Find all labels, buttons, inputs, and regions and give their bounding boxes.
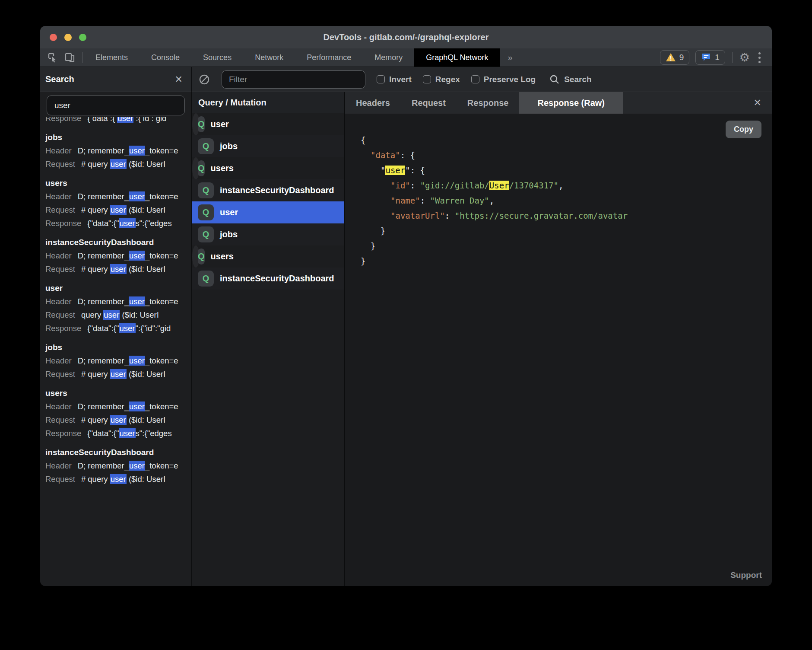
support-link[interactable]: Support xyxy=(730,570,762,580)
search-result-line[interactable]: Request# query user ($id: UserI xyxy=(45,472,191,486)
result-line-label: Header xyxy=(45,461,72,470)
query-item-label: jobs xyxy=(220,141,238,151)
search-result-line[interactable]: Request# query user ($id: UserI xyxy=(45,262,191,276)
query-type-badge: Q xyxy=(198,249,205,264)
search-result-line[interactable]: HeaderD; remember_user_token=e xyxy=(45,459,191,472)
detail-tab-request[interactable]: Request xyxy=(401,92,457,114)
device-toolbar-icon[interactable] xyxy=(64,52,76,63)
search-result-line[interactable]: Response{"data":{"users":{"edges xyxy=(45,217,191,230)
close-window-button[interactable] xyxy=(50,34,57,41)
preserve-log-toggle[interactable]: Preserve Log xyxy=(471,75,536,84)
result-group-title: user xyxy=(45,281,191,295)
result-line-label: Request xyxy=(45,205,75,214)
issues-badge[interactable]: 1 xyxy=(695,50,725,65)
match-highlight: user xyxy=(129,191,145,201)
query-type-badge: Q xyxy=(198,226,214,242)
detail-panel: HeadersRequestResponseResponse (Raw)✕ Co… xyxy=(344,92,772,586)
more-tabs-button[interactable]: » xyxy=(500,48,520,67)
query-panel: Query / Mutation QuserQjobsQusersQinstan… xyxy=(191,92,344,586)
zoom-window-button[interactable] xyxy=(79,34,86,41)
kebab-icon[interactable] xyxy=(756,51,763,65)
match-highlight: user xyxy=(129,356,145,366)
search-result-line[interactable]: Request# query user ($id: UserI xyxy=(45,413,191,427)
toolbar-divider xyxy=(732,52,733,63)
query-item-label: instanceSecurityDashboard xyxy=(220,185,334,195)
invert-toggle[interactable]: Invert xyxy=(377,75,412,84)
warnings-badge[interactable]: 9 xyxy=(660,50,690,65)
result-line-label: Request xyxy=(45,264,75,274)
json-line: "data": { xyxy=(361,148,772,163)
query-item-users[interactable]: Qusers xyxy=(192,157,200,179)
query-type-badge: Q xyxy=(198,138,214,154)
close-icon[interactable]: ✕ xyxy=(752,97,763,108)
query-item-user[interactable]: Quser xyxy=(192,113,200,135)
devtools-tab-memory[interactable]: Memory xyxy=(363,48,414,67)
search-result-line[interactable]: Response{ data :{ user :{ id : gid xyxy=(45,117,191,125)
result-line-label: Request xyxy=(45,475,75,484)
detail-tab-response-raw[interactable]: Response (Raw) xyxy=(519,92,623,114)
result-line-label: Header xyxy=(45,251,72,260)
block-icon[interactable] xyxy=(198,73,210,86)
devtools-tab-network[interactable]: Network xyxy=(243,48,295,67)
search-result-line[interactable]: Request# query user ($id: UserI xyxy=(45,367,191,381)
json-line: { xyxy=(361,133,772,148)
query-item-label: users xyxy=(211,163,234,173)
search-result-line[interactable]: Request# query user ($id: UserI xyxy=(45,157,191,171)
search-result-line[interactable]: HeaderD; remember_user_token=e xyxy=(45,354,191,367)
query-item-jobs[interactable]: Qjobs xyxy=(192,135,344,157)
search-result-line[interactable]: HeaderD; remember_user_token=e xyxy=(45,190,191,203)
query-item-user[interactable]: Quser xyxy=(192,201,344,223)
search-result-line[interactable]: Requestquery user ($id: UserI xyxy=(45,308,191,322)
query-item-users[interactable]: Qusers xyxy=(192,245,200,268)
detail-tab-response[interactable]: Response xyxy=(457,92,520,114)
minimize-window-button[interactable] xyxy=(64,34,72,41)
result-group-title: users xyxy=(45,386,191,400)
json-line: "avatarUrl": "https://secure.gravatar.co… xyxy=(361,208,772,223)
inspect-icon[interactable] xyxy=(47,52,58,63)
search-result-line[interactable]: HeaderD; remember_user_token=e xyxy=(45,144,191,157)
gear-icon[interactable]: ⚙ xyxy=(739,52,750,64)
result-line-label: Request xyxy=(45,370,75,379)
query-type-badge: Q xyxy=(198,204,214,220)
detail-tab-headers[interactable]: Headers xyxy=(345,92,401,114)
query-item-jobs[interactable]: Qjobs xyxy=(192,223,344,245)
result-line-label: Request xyxy=(45,159,75,169)
copy-button[interactable]: Copy xyxy=(726,121,761,138)
regex-checkbox[interactable] xyxy=(423,75,431,83)
preserve-log-checkbox[interactable] xyxy=(471,75,479,83)
search-result-line[interactable]: Response{"data":{"user":{"id":"gid xyxy=(45,322,191,335)
devtools-tab-elements[interactable]: Elements xyxy=(84,48,140,67)
search-result-line[interactable]: HeaderD; remember_user_token=e xyxy=(45,249,191,262)
traffic-lights xyxy=(50,34,86,41)
devtools-tab-performance[interactable]: Performance xyxy=(295,48,363,67)
query-item-instancesecuritydashboard[interactable]: QinstanceSecurityDashboard xyxy=(192,179,344,201)
match-highlight: user xyxy=(110,415,127,425)
match-highlight: user xyxy=(129,461,145,471)
search-result-line[interactable]: Request# query user ($id: UserI xyxy=(45,203,191,217)
devtools-tab-sources[interactable]: Sources xyxy=(191,48,243,67)
query-item-label: jobs xyxy=(220,229,238,239)
search-result-line[interactable]: HeaderD; remember_user_token=e xyxy=(45,295,191,308)
match-highlight: user xyxy=(385,166,405,175)
query-item-instancesecuritydashboard[interactable]: QinstanceSecurityDashboard xyxy=(192,268,344,290)
filter-input[interactable] xyxy=(222,70,365,89)
regex-toggle[interactable]: Regex xyxy=(423,75,460,84)
query-item-label: user xyxy=(220,207,238,217)
regex-label: Regex xyxy=(435,75,460,84)
devtools-tab-console[interactable]: Console xyxy=(140,48,191,67)
search-panel-title: Search xyxy=(45,74,74,84)
search-result-line[interactable]: HeaderD; remember_user_token=e xyxy=(45,400,191,413)
close-icon[interactable]: ✕ xyxy=(173,74,184,85)
search-action[interactable]: Search xyxy=(549,74,591,85)
result-line-label: Header xyxy=(45,297,72,306)
devtools-tab-graphql-network[interactable]: GraphQL Network xyxy=(414,48,500,67)
result-line-label: Request xyxy=(45,310,75,319)
invert-checkbox[interactable] xyxy=(377,75,385,83)
search-result-line[interactable]: Response{"data":{"users":{"edges xyxy=(45,427,191,440)
search-input[interactable] xyxy=(47,96,185,115)
result-line-label: Header xyxy=(45,146,72,155)
result-line-label: Header xyxy=(45,402,72,411)
result-line-label: Response xyxy=(45,219,81,228)
query-item-label: user xyxy=(211,119,229,129)
match-highlight: user xyxy=(119,323,136,333)
